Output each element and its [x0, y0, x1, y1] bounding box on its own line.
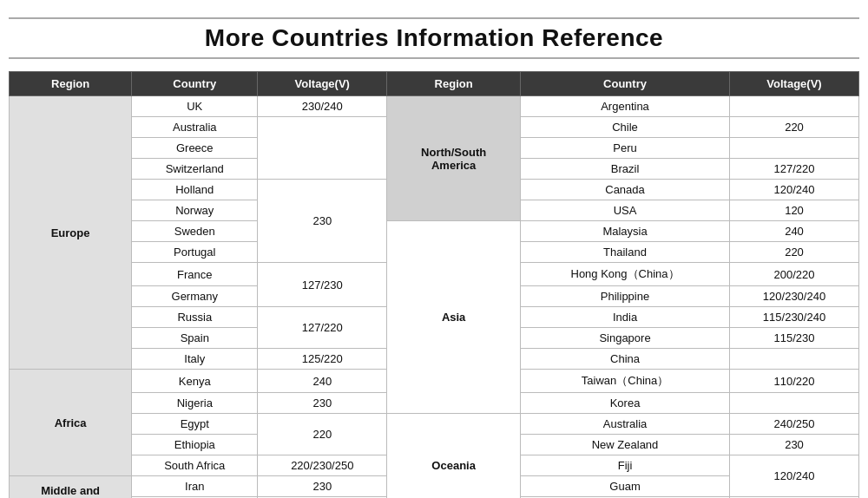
right-voltage-cell: 115/230/240 [730, 307, 859, 328]
right-region-cell: Oceania [387, 414, 521, 499]
left-voltage-cell: 230 [258, 476, 387, 497]
right-voltage-cell: 120/240 [730, 455, 859, 497]
right-country-cell: Australia [521, 414, 730, 435]
left-country-cell: Greece [132, 138, 258, 159]
left-voltage-cell: 125/220 [258, 349, 387, 370]
header-country-right: Country [521, 72, 730, 96]
left-country-cell: Ethiopia [132, 435, 258, 455]
right-country-cell: Guam [521, 476, 730, 497]
left-country-cell: France [132, 263, 258, 286]
right-country-cell: Hong Kong（China） [521, 263, 730, 286]
left-country-cell: Kenya [132, 370, 258, 393]
right-region-cell: Asia [387, 221, 521, 414]
left-voltage-cell: 127/220 [258, 307, 387, 349]
right-country-cell: Philippine [521, 286, 730, 307]
right-voltage-cell [730, 349, 859, 370]
left-voltage-cell: 220/230/250 [258, 455, 387, 476]
left-country-cell: Sweden [132, 221, 258, 242]
left-country-cell: Italy [132, 349, 258, 370]
right-country-cell: Peru [521, 138, 730, 159]
left-region-cell: Africa [10, 370, 132, 476]
left-region-cell: Middle and Near East [10, 476, 132, 499]
left-voltage-cell [258, 117, 387, 180]
right-country-cell: Canada [521, 180, 730, 200]
left-voltage-cell: 230/240 [258, 96, 387, 117]
right-voltage-cell: 110/220 [730, 370, 859, 393]
left-voltage-cell: 240 [258, 370, 387, 393]
countries-table: Region Country Voltage(V) Region Country… [9, 71, 859, 498]
left-voltage-cell: 230 [258, 180, 387, 263]
right-voltage-cell: 120/240 [730, 180, 859, 200]
left-country-cell: Australia [132, 117, 258, 138]
right-country-cell: Fiji [521, 455, 730, 476]
right-country-cell: Singapore [521, 328, 730, 349]
left-voltage-cell: 230 [258, 393, 387, 414]
right-region-cell: North/South America [387, 96, 521, 221]
left-country-cell: Spain [132, 328, 258, 349]
right-country-cell: Chile [521, 117, 730, 138]
left-country-cell: Portugal [132, 242, 258, 263]
right-voltage-cell: 220 [730, 242, 859, 263]
left-country-cell: Switzerland [132, 159, 258, 180]
header-country-left: Country [132, 72, 258, 96]
right-voltage-cell: 240 [730, 221, 859, 242]
right-voltage-cell: 240/250 [730, 414, 859, 435]
right-country-cell: Korea [521, 393, 730, 414]
left-country-cell: UK [132, 96, 258, 117]
right-voltage-cell: 120 [730, 200, 859, 221]
right-voltage-cell: 200/220 [730, 263, 859, 286]
right-voltage-cell: 115/230 [730, 328, 859, 349]
header-region-right: Region [387, 72, 521, 96]
page-title: More Countries Information Reference [9, 17, 859, 59]
right-country-cell: Thailand [521, 242, 730, 263]
left-country-cell: South Africa [132, 455, 258, 476]
right-voltage-cell: 120/230/240 [730, 286, 859, 307]
right-country-cell: USA [521, 200, 730, 221]
left-country-cell: Egypt [132, 414, 258, 435]
right-voltage-cell [730, 96, 859, 117]
right-country-cell: China [521, 349, 730, 370]
right-country-cell: Malaysia [521, 221, 730, 242]
right-voltage-cell [730, 138, 859, 159]
header-region-left: Region [10, 72, 132, 96]
left-country-cell: Russia [132, 307, 258, 328]
right-voltage-cell: 127/220 [730, 159, 859, 180]
right-country-cell: Argentina [521, 96, 730, 117]
right-voltage-cell: 230 [730, 435, 859, 455]
header-voltage-left: Voltage(V) [258, 72, 387, 96]
left-region-cell: Europe [10, 96, 132, 370]
left-voltage-cell: 127/230 [258, 263, 387, 307]
right-country-cell: New Zealand [521, 435, 730, 455]
left-country-cell: Nigeria [132, 393, 258, 414]
left-country-cell: Iran [132, 476, 258, 497]
right-voltage-cell [730, 393, 859, 414]
right-voltage-cell: 220 [730, 117, 859, 138]
left-voltage-cell: 220 [258, 414, 387, 455]
left-country-cell: Holland [132, 180, 258, 200]
right-country-cell: India [521, 307, 730, 328]
left-country-cell: Norway [132, 200, 258, 221]
right-country-cell: Brazil [521, 159, 730, 180]
left-country-cell: Germany [132, 286, 258, 307]
header-voltage-right: Voltage(V) [730, 72, 859, 96]
right-country-cell: Taiwan（China） [521, 370, 730, 393]
